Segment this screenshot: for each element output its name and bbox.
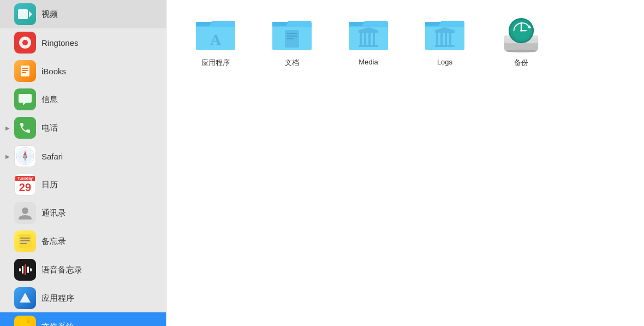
svg-rect-24 [30,268,32,271]
svg-rect-23 [27,266,29,273]
sidebar-item-label-notes: 备忘录 [41,236,66,247]
svg-rect-34 [360,33,362,45]
svg-rect-32 [359,45,378,47]
folder-item-backup[interactable]: 备份 [494,16,548,68]
sidebar-item-messages[interactable]: 信息 [0,85,166,114]
folder-icon-media [347,16,390,54]
sidebar-item-label-video: 视频 [41,9,58,20]
svg-text:A: A [210,31,222,48]
folder-item-docs[interactable]: 文档 [265,16,319,68]
folder-icon-logs [423,16,467,54]
svg-rect-44 [449,33,451,45]
expand-arrow-icon: ▶ [5,153,14,159]
voice-memos-icon [14,259,36,281]
folder-label-apps: 应用程序 [201,58,230,68]
sidebar-item-label-messages: 信息 [41,94,58,105]
sidebar-item-label-appstore: 应用程序 [41,293,74,304]
phone-icon [14,117,36,139]
svg-point-49 [506,49,537,52]
svg-rect-30 [287,35,297,37]
svg-point-55 [520,29,522,32]
svg-rect-35 [364,33,366,45]
sidebar-item-calendar[interactable]: Tuesday 29 日历 [0,170,166,199]
appstore-icon [14,287,36,309]
folder-item-logs[interactable]: Logs [418,16,472,66]
folder-icon-apps: A [194,16,237,54]
sidebar-item-label-ringtones: Ringtones [41,38,79,48]
svg-rect-31 [287,38,294,39]
sidebar-item-label-contacts: 通讯录 [41,208,66,218]
messages-icon [14,88,36,110]
svg-rect-37 [373,33,375,45]
svg-rect-19 [20,243,27,244]
ringtones-icon [14,32,36,54]
sidebar-item-voice-memos[interactable]: 语音备忘录 [0,256,166,284]
contacts-icon [14,202,36,224]
svg-rect-17 [20,238,30,239]
svg-rect-40 [435,31,455,33]
sidebar-item-ibooks[interactable]: iBooks [0,57,166,85]
sidebar-item-label-safari: Safari [41,152,63,161]
sidebar-item-ringtones[interactable]: Ringtones [0,28,166,57]
expand-arrow-icon: ▶ [5,125,14,131]
main-content: A 应用程序 文档 [166,0,644,326]
sidebar-item-label-ibooks: iBooks [41,67,66,76]
sidebar-item-notes[interactable]: 备忘录 [0,227,166,256]
sidebar-item-appstore[interactable]: 应用程序 [0,284,166,312]
svg-point-15 [22,208,28,214]
svg-rect-42 [440,33,443,45]
svg-rect-7 [22,70,28,71]
sidebar-item-files[interactable]: 文件系统 [0,312,166,326]
notes-icon [14,230,36,252]
video-icon [14,3,36,25]
sidebar-item-label-phone: 电话 [41,123,58,133]
svg-rect-41 [436,33,438,45]
safari-icon [14,145,36,167]
folder-icon-backup [499,16,543,54]
svg-rect-29 [287,33,297,34]
svg-rect-4 [24,37,26,39]
ibooks-icon [14,60,36,82]
svg-rect-21 [22,266,23,274]
svg-rect-33 [359,31,378,33]
svg-rect-39 [435,45,455,47]
svg-point-3 [22,40,28,45]
files-icon [14,316,36,326]
sidebar-item-video[interactable]: 视频 [0,0,166,28]
svg-rect-8 [22,72,26,73]
folder-icon-docs [270,16,314,54]
folder-item-media[interactable]: Media [341,16,396,66]
sidebar-item-safari[interactable]: ▶ Safari [0,142,166,170]
svg-marker-1 [29,11,32,17]
svg-rect-36 [368,33,371,45]
svg-rect-6 [22,68,28,69]
sidebar-item-contacts[interactable]: 通讯录 [0,199,166,227]
calendar-icon: Tuesday 29 [14,174,36,195]
folder-label-media: Media [359,58,378,66]
sidebar-item-label-calendar: 日历 [41,180,58,190]
svg-rect-43 [445,33,447,45]
svg-rect-22 [25,264,26,275]
sidebar-item-label-files: 文件系统 [41,322,74,327]
svg-rect-20 [19,268,21,271]
svg-rect-18 [20,240,30,241]
folder-item-apps[interactable]: A 应用程序 [188,16,243,68]
folder-label-docs: 文档 [285,58,299,68]
sidebar-item-label-voice-memos: 语音备忘录 [41,265,82,275]
folder-label-logs: Logs [437,58,452,66]
folder-label-backup: 备份 [514,58,528,68]
svg-rect-0 [18,9,28,19]
sidebar: 视频 Ringtones iBooks 信息▶ 电话▶ Safari Tuesd… [0,0,166,326]
sidebar-item-phone[interactable]: ▶ 电话 [0,114,166,142]
